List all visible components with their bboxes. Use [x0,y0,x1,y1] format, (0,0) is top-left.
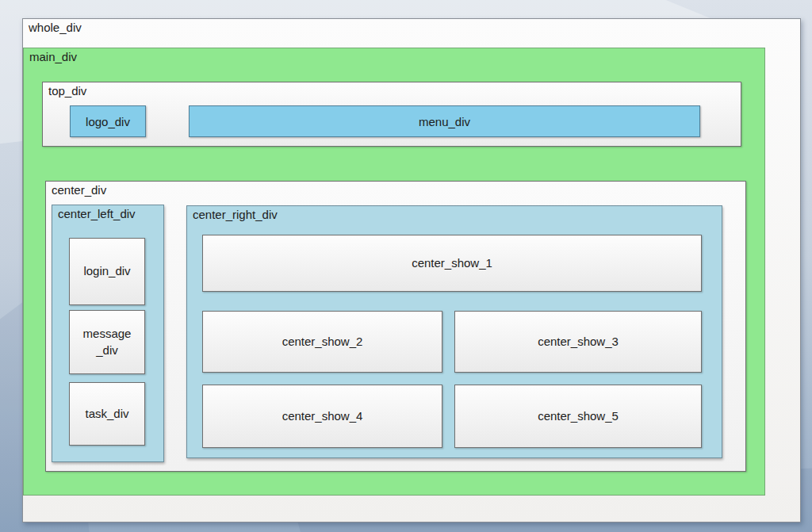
menu-div-box: menu_div [189,105,700,137]
center-show-1-box: center_show_1 [202,235,702,292]
logo-div-label: logo_div [86,115,130,128]
center-left-div-label: center_left_div [58,207,136,220]
center-show-2-label: center_show_2 [282,334,363,350]
task-div-label: task_div [85,406,128,422]
center-show-5-box: center_show_5 [454,385,702,448]
center-left-div-box: center_left_div login_div message_div ta… [52,205,164,462]
whole-div-box: whole_div main_div top_div logo_div menu… [22,18,801,522]
login-div-label: login_div [83,263,130,279]
center-right-div-box: center_right_div center_show_1 center_sh… [186,205,722,458]
message-div-label: message_div [81,326,133,358]
center-show-2-box: center_show_2 [202,311,442,373]
center-right-div-label: center_right_div [193,208,278,221]
center-show-1-label: center_show_1 [412,255,492,271]
center-div-box: center_div center_left_div login_div mes… [45,181,746,472]
center-show-3-label: center_show_3 [538,334,619,350]
center-show-3-box: center_show_3 [454,311,702,373]
task-div-box: task_div [69,382,145,446]
message-div-box: message_div [69,310,145,374]
center-show-4-box: center_show_4 [202,385,442,448]
center-show-5-label: center_show_5 [538,408,619,424]
center-show-4-label: center_show_4 [282,408,363,424]
main-div-label: main_div [29,50,77,63]
center-div-label: center_div [52,183,106,197]
top-div-label: top_div [48,84,86,98]
main-div-box: main_div top_div logo_div menu_div cente… [23,48,765,496]
login-div-box: login_div [69,238,145,305]
top-div-box: top_div logo_div menu_div [42,82,741,147]
logo-div-box: logo_div [70,105,146,137]
menu-div-label: menu_div [419,115,470,128]
whole-div-label: whole_div [29,21,82,34]
